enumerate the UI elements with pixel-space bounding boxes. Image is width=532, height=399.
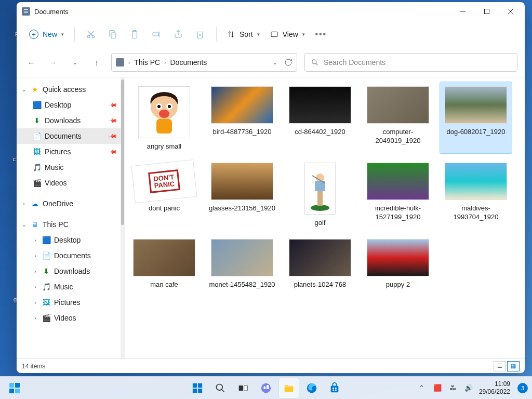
- sidebar-item-documents[interactable]: 📄Documents📌: [17, 128, 121, 144]
- nav-row: ← → ⌄ ↑ › This PC › Documents ⌄: [17, 48, 525, 77]
- pin-icon: 📌: [108, 147, 117, 156]
- svg-rect-37: [9, 383, 14, 388]
- new-button[interactable]: + New ▾: [24, 28, 69, 41]
- sidebar-pc-downloads[interactable]: ›⬇Downloads: [17, 263, 121, 279]
- forward-button[interactable]: →: [46, 53, 60, 72]
- search-input[interactable]: [324, 58, 511, 66]
- plus-icon: +: [29, 30, 38, 39]
- sidebar-scrollbar[interactable]: [121, 77, 125, 358]
- toolbar: + New ▾ Sort ▾ View ▾ •••: [17, 21, 525, 48]
- pc-icon: 🖥: [30, 220, 39, 229]
- sidebar-onedrive[interactable]: › ☁ OneDrive: [17, 196, 121, 211]
- tray-chevron-icon[interactable]: ⌃: [417, 383, 427, 393]
- share-button[interactable]: [167, 24, 189, 45]
- search-button[interactable]: [210, 378, 230, 398]
- rename-button[interactable]: [145, 24, 167, 45]
- system-tray[interactable]: ⌃ 🟥 🖧 🔊 11:09 29/06/2022 3: [417, 380, 528, 395]
- sidebar-quick-access[interactable]: ⌄ ★ Quick access: [17, 82, 121, 97]
- sidebar-pc-documents[interactable]: ›📄Documents: [17, 248, 121, 263]
- breadcrumb[interactable]: › This PC › Documents ⌄: [111, 53, 297, 72]
- sidebar-pc-pictures[interactable]: ›🖼Pictures: [17, 295, 121, 310]
- sidebar-item-pictures[interactable]: 🖼Pictures📌: [17, 144, 121, 159]
- close-button[interactable]: [499, 3, 523, 20]
- chevron-right-icon: ›: [32, 237, 38, 243]
- file-label: maldives-1993704_1920: [442, 204, 510, 222]
- documents-icon: 📄: [32, 131, 42, 141]
- chevron-right-icon: ›: [164, 60, 166, 65]
- thumbnails-view-toggle[interactable]: ▦: [507, 361, 520, 371]
- chevron-right-icon: ›: [21, 201, 27, 207]
- titlebar[interactable]: Documents: [17, 2, 525, 21]
- widgets-button[interactable]: [5, 379, 24, 397]
- taskbar[interactable]: ⌃ 🟥 🖧 🔊 11:09 29/06/2022 3: [0, 376, 532, 399]
- svg-rect-5: [485, 9, 489, 14]
- desktop-icon: 🟦: [32, 100, 42, 110]
- svg-point-23: [312, 60, 316, 64]
- sidebar-item-downloads[interactable]: ⬇Downloads📌: [17, 113, 121, 128]
- sidebar-pc-videos[interactable]: ›🎬Videos: [17, 310, 121, 326]
- file-item[interactable]: planets-1024 768: [284, 234, 356, 292]
- sidebar-pc-desktop[interactable]: ›🟦Desktop: [17, 232, 121, 248]
- file-item[interactable]: dog-6082017_1920: [440, 82, 512, 154]
- music-icon: 🎵: [32, 163, 42, 172]
- sidebar-item-videos[interactable]: 🎬Videos: [17, 175, 121, 191]
- store-button[interactable]: [325, 378, 344, 398]
- breadcrumb-segment[interactable]: This PC: [134, 58, 160, 66]
- delete-button[interactable]: [189, 24, 211, 45]
- svg-rect-2: [24, 11, 28, 11]
- chevron-down-icon[interactable]: ⌄: [273, 60, 277, 65]
- sort-button[interactable]: Sort ▾: [222, 28, 265, 41]
- breadcrumb-segment[interactable]: Documents: [170, 58, 207, 66]
- sidebar-pc-music[interactable]: ›🎵Music: [17, 279, 121, 295]
- file-item[interactable]: golf: [284, 158, 356, 230]
- file-item[interactable]: computer-2049019_1920: [362, 82, 434, 154]
- file-grid[interactable]: angry smallbird-4887736_1920cd-864402_19…: [125, 77, 525, 358]
- file-item[interactable]: puppy 2: [362, 234, 434, 292]
- svg-point-30: [159, 110, 169, 118]
- sidebar-this-pc[interactable]: ⌄ 🖥 This PC: [17, 217, 121, 232]
- network-icon[interactable]: 🖧: [448, 383, 458, 393]
- file-item[interactable]: angry small: [128, 82, 201, 154]
- onedrive-icon: ☁: [30, 199, 39, 208]
- start-button[interactable]: [188, 378, 207, 398]
- minimize-button[interactable]: [451, 3, 475, 20]
- thumbnail: [445, 161, 507, 202]
- clock[interactable]: 11:09 29/06/2022: [479, 380, 510, 395]
- svg-rect-1: [24, 9, 28, 10]
- recent-button[interactable]: ⌄: [68, 53, 82, 72]
- pin-icon: 📌: [108, 131, 117, 141]
- file-item[interactable]: cd-864402_1920: [284, 82, 356, 154]
- refresh-button[interactable]: [284, 58, 292, 66]
- file-item[interactable]: incredible-hulk-1527199_1920: [362, 158, 434, 230]
- search-box[interactable]: [304, 53, 517, 72]
- file-item[interactable]: monet-1455482_1920: [206, 234, 278, 292]
- volume-icon[interactable]: 🔊: [463, 383, 474, 393]
- chat-button[interactable]: [256, 378, 276, 398]
- cut-button[interactable]: [80, 24, 102, 45]
- maximize-button[interactable]: [475, 3, 499, 20]
- sidebar-item-music[interactable]: 🎵Music: [17, 159, 121, 175]
- more-button[interactable]: •••: [310, 24, 332, 45]
- view-button[interactable]: View ▾: [265, 28, 310, 41]
- file-item[interactable]: man cafe: [128, 234, 201, 292]
- file-item[interactable]: glasses-213156_1920: [206, 158, 278, 230]
- file-item[interactable]: bird-4887736_1920: [206, 82, 278, 154]
- up-button[interactable]: ↑: [89, 53, 104, 72]
- copy-button[interactable]: [102, 24, 124, 45]
- details-view-toggle[interactable]: ☰: [494, 361, 506, 371]
- svg-point-49: [261, 383, 271, 392]
- explorer-button[interactable]: [279, 378, 299, 398]
- file-label: monet-1455482_1920: [209, 281, 275, 289]
- back-button[interactable]: ←: [24, 53, 38, 72]
- paste-button[interactable]: [124, 24, 145, 45]
- videos-icon: 🎬: [42, 313, 51, 323]
- file-item[interactable]: DON'TPANICdont panic: [128, 158, 201, 230]
- edge-button[interactable]: [302, 378, 322, 398]
- dots-icon: •••: [315, 30, 327, 39]
- sidebar-item-desktop[interactable]: 🟦Desktop📌: [17, 97, 121, 113]
- task-view-button[interactable]: [233, 378, 253, 398]
- notification-badge[interactable]: 3: [517, 383, 528, 393]
- file-label: planets-1024 768: [294, 281, 346, 289]
- tray-app-icon[interactable]: 🟥: [432, 383, 443, 393]
- file-item[interactable]: maldives-1993704_1920: [440, 158, 512, 230]
